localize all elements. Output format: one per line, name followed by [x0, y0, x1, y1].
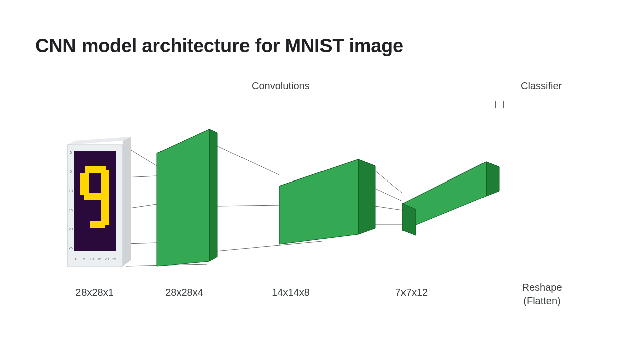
dash-3 — [347, 293, 356, 293]
svg-line-9 — [375, 189, 403, 201]
dim-label-conv3: 7x7x12 — [386, 287, 437, 298]
dash-1 — [136, 293, 145, 293]
svg-marker-35 — [209, 129, 217, 261]
svg-line-2 — [126, 204, 157, 209]
svg-text:25: 25 — [112, 257, 116, 261]
svg-text:5: 5 — [83, 257, 85, 261]
svg-rect-17 — [80, 173, 89, 195]
diagram-stage: CNN model architecture for MNIST image C… — [0, 0, 644, 362]
dash-4 — [468, 293, 477, 293]
svg-line-6 — [216, 205, 279, 206]
dim-label-flatten: Reshape (Flatten) — [503, 281, 581, 308]
dim-label-input: 28x28x1 — [69, 287, 120, 298]
dash-2 — [231, 293, 240, 293]
conv-block-3 — [403, 162, 499, 235]
svg-line-10 — [375, 206, 403, 210]
svg-text:20: 20 — [105, 257, 109, 261]
svg-text:10: 10 — [90, 257, 94, 261]
svg-text:15: 15 — [69, 208, 73, 212]
dim-label-conv2: 14x14x8 — [266, 287, 316, 298]
architecture-svg: 0 5 10 15 20 25 0 5 10 15 20 25 — [0, 0, 644, 362]
svg-marker-13 — [67, 137, 131, 145]
svg-text:5: 5 — [70, 170, 72, 173]
svg-line-5 — [216, 146, 279, 175]
svg-line-3 — [126, 243, 157, 244]
input-image-block: 0 5 10 15 20 25 0 5 10 15 20 25 — [67, 137, 131, 266]
svg-text:15: 15 — [97, 257, 101, 261]
svg-rect-19 — [84, 193, 106, 200]
svg-text:0: 0 — [75, 257, 77, 261]
svg-marker-12 — [123, 137, 131, 266]
conv-block-2 — [279, 159, 375, 250]
svg-marker-39 — [358, 159, 375, 234]
svg-text:0: 0 — [70, 151, 72, 154]
conv-block-1 — [157, 129, 217, 270]
dim-label-conv1: 28x28x4 — [159, 287, 209, 298]
svg-marker-43 — [486, 162, 499, 196]
svg-line-1 — [126, 176, 157, 177]
svg-rect-20 — [90, 221, 105, 228]
svg-line-8 — [375, 171, 403, 193]
flatten-line2: (Flatten) — [523, 295, 560, 306]
svg-marker-45 — [403, 204, 416, 235]
svg-line-7 — [216, 241, 322, 251]
flatten-line1: Reshape — [522, 282, 562, 293]
svg-text:20: 20 — [69, 227, 73, 231]
svg-line-0 — [126, 147, 157, 166]
svg-text:10: 10 — [69, 189, 73, 193]
svg-text:25: 25 — [69, 246, 73, 250]
